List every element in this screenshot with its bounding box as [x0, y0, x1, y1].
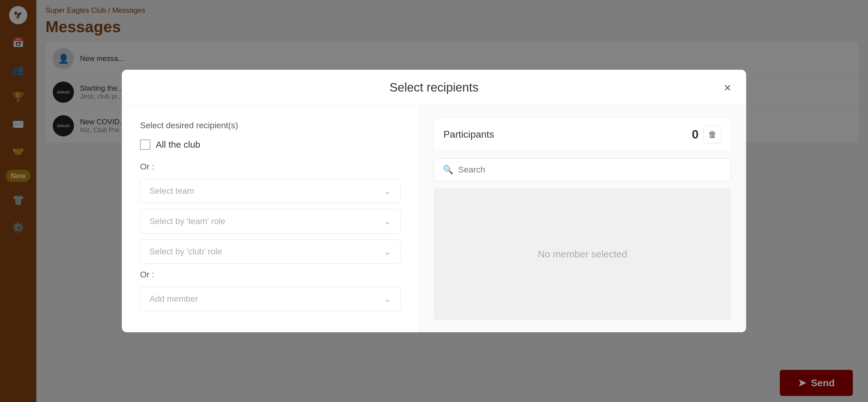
or-label-1: Or : [140, 162, 400, 172]
no-member-text: No member selected [538, 249, 627, 260]
no-member-area: No member selected [434, 188, 731, 320]
chevron-down-icon: ⌄ [384, 216, 391, 226]
select-club-role-placeholder: Select by 'club' role [149, 247, 222, 256]
participants-count: 0 [692, 128, 699, 141]
modal: Select recipients × Select desired recip… [122, 70, 746, 332]
all-club-label: All the club [156, 140, 200, 150]
right-panel: Participants 0 🗑 🔍 No member selected [419, 105, 746, 332]
all-club-checkbox[interactable] [140, 140, 150, 150]
close-button[interactable]: × [724, 82, 731, 94]
modal-body: Select desired recipient(s) All the club… [122, 105, 746, 332]
search-box: 🔍 [434, 158, 731, 181]
modal-title: Select recipients [390, 81, 478, 94]
all-club-row: All the club [140, 140, 400, 150]
participants-header: Participants 0 🗑 [434, 118, 731, 151]
chevron-down-icon: ⌄ [384, 247, 391, 257]
select-team-role-placeholder: Select by 'team' role [149, 216, 225, 226]
add-member-dropdown[interactable]: Add member ⌄ [140, 287, 400, 311]
clear-participants-button[interactable]: 🗑 [704, 125, 722, 144]
chevron-down-icon: ⌄ [384, 186, 391, 196]
select-team-placeholder: Select team [149, 186, 194, 196]
participants-actions: 0 🗑 [692, 125, 722, 144]
select-club-role-dropdown[interactable]: Select by 'club' role ⌄ [140, 240, 400, 264]
search-input[interactable] [458, 165, 722, 175]
section-label: Select desired recipient(s) [140, 121, 400, 130]
search-icon: 🔍 [443, 165, 454, 175]
add-member-placeholder: Add member [149, 294, 198, 304]
or-label-2: Or : [140, 270, 400, 280]
modal-header: Select recipients × [122, 70, 746, 105]
modal-overlay: Select recipients × Select desired recip… [0, 0, 868, 402]
participants-label: Participants [443, 129, 494, 140]
left-panel: Select desired recipient(s) All the club… [122, 105, 419, 332]
select-team-role-dropdown[interactable]: Select by 'team' role ⌄ [140, 209, 400, 234]
select-team-dropdown[interactable]: Select team ⌄ [140, 179, 400, 203]
chevron-down-icon: ⌄ [384, 294, 391, 304]
